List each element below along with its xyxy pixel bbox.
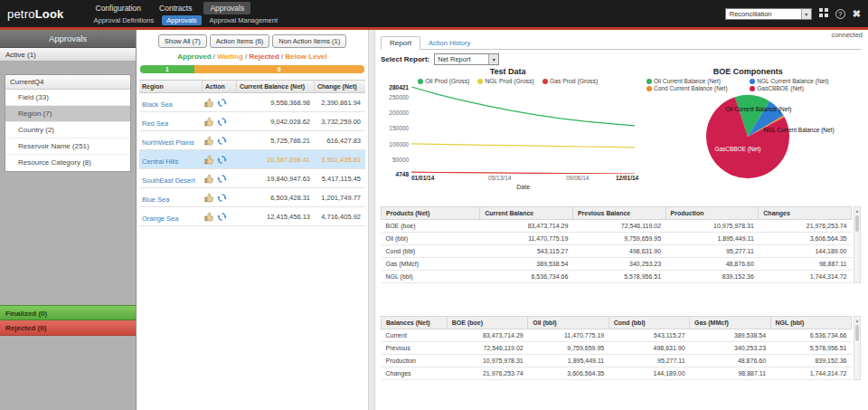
column-header[interactable]: Production bbox=[665, 207, 759, 220]
chevron-down-icon: ▾ bbox=[488, 54, 498, 64]
menu-item-configuration[interactable]: Configuration bbox=[90, 2, 148, 14]
column-header[interactable]: NGL (bbl) bbox=[770, 317, 851, 329]
region-row[interactable]: NorthWest Plains 5,725,786.21 616,427.83 bbox=[139, 131, 365, 150]
tab-report[interactable]: Report bbox=[381, 36, 420, 50]
section-finalized[interactable]: Finalized (0) bbox=[0, 305, 136, 320]
column-header[interactable]: BOE (boe) bbox=[447, 317, 527, 329]
approve-thumb-icon[interactable] bbox=[204, 155, 214, 165]
column-header[interactable]: Oil (bbl) bbox=[528, 317, 609, 329]
refresh-icon[interactable] bbox=[217, 174, 227, 184]
close-icon[interactable]: ✖ bbox=[853, 8, 861, 20]
column-header-current-balance[interactable]: Current Balance (Net) bbox=[237, 81, 315, 92]
main-menu: Configuration Contracts Approvals bbox=[90, 2, 283, 14]
table-row[interactable]: Gas (MMcf)389,538.54340,253.2348,876.609… bbox=[382, 258, 852, 271]
region-row[interactable]: Orange Sea 12,415,456.13 4,716,405.92 bbox=[139, 207, 365, 226]
refresh-icon[interactable] bbox=[217, 212, 227, 222]
section-active[interactable]: Active (1) bbox=[0, 48, 136, 62]
column-header-change[interactable]: Change (Net) bbox=[315, 81, 365, 92]
sidebar-item-field[interactable]: Field (33) bbox=[5, 90, 130, 106]
context-dropdown[interactable]: Reconciliation ▾ bbox=[725, 8, 812, 20]
table-row[interactable]: Changes21,976,253.743,606,564.35144,189.… bbox=[382, 367, 852, 380]
filter-action-items-button[interactable]: Action Items (6) bbox=[210, 34, 270, 48]
current-balance-cell: 9,558,368.98 bbox=[237, 99, 315, 107]
table-row[interactable]: Production10,975,978.311,895,449.1195,27… bbox=[382, 355, 852, 367]
refresh-icon[interactable] bbox=[217, 136, 227, 146]
menu-item-approvals[interactable]: Approvals bbox=[203, 2, 250, 14]
sidebar-item-resource-category[interactable]: Resource Category (8) bbox=[5, 155, 130, 171]
column-header-region[interactable]: Region bbox=[139, 81, 203, 92]
table-row[interactable]: NGL (bbl)6,536,734.665,578,956.51839,152… bbox=[382, 271, 852, 283]
approve-thumb-icon[interactable] bbox=[204, 117, 214, 127]
current-balance-cell: 20,387,698.41 bbox=[237, 156, 315, 164]
legend-approved: Approved bbox=[177, 52, 217, 61]
filter-non-action-items-button[interactable]: Non Action Items (1) bbox=[272, 34, 346, 48]
column-header[interactable]: Balances (Net) bbox=[382, 317, 448, 329]
approve-thumb-icon[interactable] bbox=[204, 174, 214, 184]
submenu-item-approval-definitions[interactable]: Approval Definitions bbox=[90, 15, 159, 25]
region-link[interactable]: Central Hills bbox=[142, 157, 178, 166]
legend-label: Oil Prod (Gross) bbox=[425, 78, 469, 84]
region-row-selected[interactable]: Central Hills 20,387,698.41 3,901,435.81 bbox=[139, 150, 365, 169]
submenu-item-approvals[interactable]: Approvals bbox=[162, 15, 201, 25]
scrollbar-thumb[interactable] bbox=[855, 215, 859, 232]
table-row[interactable]: BOE (boe)83,473,714.2972,546,119.0210,97… bbox=[382, 220, 852, 233]
region-link[interactable]: SouthEast Desert bbox=[142, 176, 195, 185]
region-row[interactable]: Blue Sea 6,503,428.31 1,201,749.77 bbox=[139, 188, 365, 207]
section-rejected[interactable]: Rejected (0) bbox=[0, 320, 136, 336]
scroll-up-icon[interactable]: ▲ bbox=[854, 207, 860, 215]
legend-label: Oil Current Balance (Net) bbox=[654, 78, 721, 84]
refresh-icon[interactable] bbox=[217, 193, 227, 203]
report-dropdown[interactable]: Net Report ▾ bbox=[434, 53, 499, 65]
approve-thumb-icon[interactable] bbox=[204, 212, 214, 222]
column-header[interactable]: Changes bbox=[759, 207, 852, 220]
balances-header-row: Balances (Net) BOE (boe) Oil (bbl) Cond … bbox=[382, 317, 852, 329]
group-currentq4[interactable]: CurrentQ4 bbox=[5, 75, 130, 90]
refresh-icon[interactable] bbox=[217, 98, 227, 108]
legend-label: NGL Current Balance (Net) bbox=[757, 78, 828, 84]
column-header[interactable]: Gas (MMcf) bbox=[690, 317, 770, 329]
table-row[interactable]: Previous72,546,119.029,759,659.95498,631… bbox=[382, 342, 852, 355]
products-scrollbar[interactable]: ▲ bbox=[854, 206, 861, 283]
panel-splitter[interactable] bbox=[368, 30, 375, 410]
products-table: Products (Net) Current Balance Previous … bbox=[381, 206, 861, 283]
refresh-icon[interactable] bbox=[217, 155, 227, 165]
sidebar-item-region[interactable]: Region (7) bbox=[5, 106, 130, 122]
approve-thumb-icon[interactable] bbox=[204, 193, 214, 203]
sidebar-item-reservoir-name[interactable]: Reservoir Name (251) bbox=[5, 138, 130, 155]
approve-thumb-icon[interactable] bbox=[204, 136, 214, 146]
change-cell: 4,716,405.92 bbox=[315, 213, 365, 221]
region-row[interactable]: Black Sea 9,558,368.98 2,390,861.94 bbox=[139, 93, 365, 112]
apps-icon[interactable] bbox=[819, 8, 828, 19]
table-row[interactable]: Oil (bbl)11,470,775.199,759,659.951,895,… bbox=[382, 233, 852, 245]
column-header[interactable]: Previous Balance bbox=[572, 207, 665, 220]
table-row[interactable]: Cond (bbl)543,115.27498,631.9095,277.111… bbox=[382, 245, 852, 258]
region-link[interactable]: Orange Sea bbox=[142, 215, 178, 223]
approve-thumb-icon[interactable] bbox=[204, 98, 214, 108]
current-balance-cell: 6,503,428.31 bbox=[237, 194, 315, 202]
help-icon[interactable]: ? bbox=[835, 9, 845, 19]
balances-scrollbar[interactable]: ▲ bbox=[854, 316, 861, 380]
column-header[interactable]: Current Balance bbox=[480, 207, 573, 220]
region-row[interactable]: SouthEast Desert 19,840,947.63 5,417,115… bbox=[139, 169, 365, 188]
region-link[interactable]: Blue Sea bbox=[142, 195, 169, 204]
tab-action-history[interactable]: Action History bbox=[420, 37, 478, 49]
pie-label-gascbboe: GasCBBOE (Net) bbox=[714, 146, 760, 152]
petrolook-app: petroLook Configuration Contracts Approv… bbox=[0, 0, 868, 410]
regions-table: Region Action Current Balance (Net) Chan… bbox=[139, 80, 365, 226]
submenu-item-approval-management[interactable]: Approval Management bbox=[205, 15, 282, 25]
region-link[interactable]: Black Sea bbox=[142, 100, 173, 109]
column-header[interactable]: Cond (bbl) bbox=[609, 317, 689, 329]
current-balance-cell: 12,415,456.13 bbox=[237, 213, 315, 221]
region-link[interactable]: Red Sea bbox=[142, 119, 168, 128]
column-header-action[interactable]: Action bbox=[203, 81, 237, 92]
table-row[interactable]: Current83,473,714.2911,470,775.19543,115… bbox=[382, 329, 852, 342]
refresh-icon[interactable] bbox=[217, 117, 227, 127]
sidebar-item-country[interactable]: Country (2) bbox=[5, 122, 130, 138]
region-link[interactable]: NorthWest Plains bbox=[142, 138, 194, 147]
column-header[interactable]: Products (Net) bbox=[382, 207, 480, 220]
menu-item-contracts[interactable]: Contracts bbox=[153, 2, 198, 14]
filter-show-all-button[interactable]: Show All (7) bbox=[158, 34, 207, 48]
region-row[interactable]: Red Sea 9,042,028.62 3,732,259.00 bbox=[139, 112, 365, 131]
scroll-up-icon[interactable]: ▲ bbox=[854, 317, 860, 324]
scrollbar-thumb[interactable] bbox=[855, 325, 859, 341]
